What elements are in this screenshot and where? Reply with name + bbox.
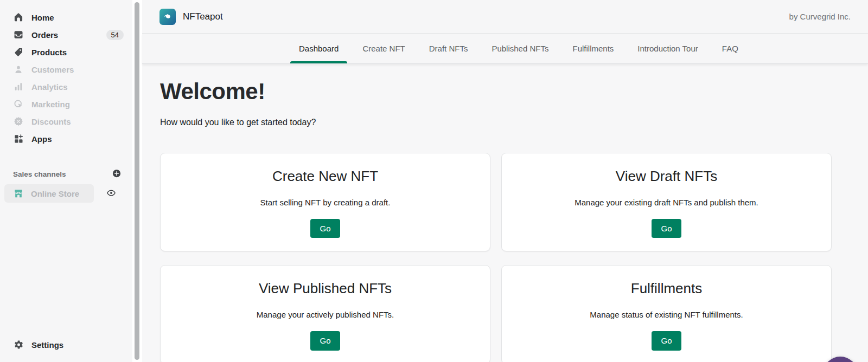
channel-label: Online Store [31, 189, 79, 198]
sidebar-item-marketing[interactable]: Marketing [0, 95, 132, 113]
card-view-draft-nfts: View Draft NFTs Manage your existing dra… [501, 153, 832, 251]
card-title: Create New NFT [272, 168, 378, 185]
customers-icon [13, 64, 24, 75]
sales-channels-label: Sales channels [13, 170, 66, 178]
card-description: Manage your existing draft NFTs and publ… [575, 198, 758, 207]
tab-introduction-tour[interactable]: Introduction Tour [629, 34, 706, 63]
sidebar-item-analytics[interactable]: Analytics [0, 78, 132, 95]
sidebar-item-apps[interactable]: Apps [0, 130, 132, 147]
home-icon [13, 12, 24, 23]
sales-channels-header: Sales channels [0, 167, 132, 181]
sidebar-item-label: Marketing [31, 100, 70, 109]
card-description: Start selling NFT by creating a draft. [260, 198, 391, 207]
sidebar-item-online-store[interactable]: Online Store [4, 184, 94, 203]
sidebar: Home Orders 54 Products Customers Analyt… [0, 0, 132, 362]
sidebar-item-label: Orders [31, 30, 58, 40]
page-title: Welcome! [160, 79, 832, 105]
sidebar-item-label: Products [31, 48, 67, 57]
add-channel-button[interactable] [112, 169, 123, 179]
card-title: View Published NFTs [259, 280, 392, 297]
sidebar-item-label: Settings [31, 340, 63, 350]
sidebar-item-home[interactable]: Home [0, 9, 132, 26]
app-title: NFTeapot [183, 11, 223, 22]
sidebar-item-label: Customers [31, 65, 74, 74]
main-area: NFTeapot by Curvegrid Inc. Dashboard Cre… [142, 0, 868, 362]
app-header: NFTeapot by Curvegrid Inc. [142, 0, 868, 34]
card-create-new-nft: Create New NFT Start selling NFT by crea… [160, 153, 490, 251]
sidebar-item-label: Home [31, 13, 54, 22]
card-view-published-nfts: View Published NFTs Manage your actively… [160, 265, 490, 362]
sidebar-scrollbar-track[interactable] [132, 0, 142, 362]
card-description: Manage status of existing NFT fulfillmen… [590, 310, 743, 319]
go-button-published-nfts[interactable]: Go [310, 331, 340, 350]
card-title: View Draft NFTs [616, 168, 717, 185]
tab-faq[interactable]: FAQ [713, 34, 747, 63]
page-subtitle: How would you like to get started today? [160, 118, 832, 127]
tab-label: FAQ [722, 44, 738, 53]
tab-create-nft[interactable]: Create NFT [354, 34, 413, 63]
sidebar-item-customers[interactable]: Customers [0, 61, 132, 78]
go-button-create-nft[interactable]: Go [310, 219, 340, 238]
tab-draft-nfts[interactable]: Draft NFTs [420, 34, 477, 63]
go-button-fulfillments[interactable]: Go [652, 331, 681, 350]
marketing-icon [13, 99, 24, 109]
cards-grid: Create New NFT Start selling NFT by crea… [160, 153, 832, 362]
products-icon [13, 47, 24, 57]
dashboard-content: Welcome! How would you like to get start… [142, 64, 868, 362]
tab-label: Dashboard [299, 44, 339, 53]
card-title: Fulfillments [631, 280, 702, 297]
sidebar-item-settings[interactable]: Settings [0, 336, 132, 353]
card-fulfillments: Fulfillments Manage status of existing N… [501, 265, 832, 362]
discounts-icon [13, 116, 24, 127]
sidebar-scrollbar-thumb[interactable] [135, 2, 139, 360]
sidebar-item-products[interactable]: Products [0, 43, 132, 61]
orders-icon [13, 29, 24, 40]
tab-dashboard[interactable]: Dashboard [290, 34, 347, 63]
tab-fulfillments[interactable]: Fulfillments [564, 34, 622, 63]
sidebar-item-label: Analytics [31, 82, 68, 92]
tab-label: Draft NFTs [429, 44, 468, 53]
analytics-icon [13, 81, 24, 92]
go-button-draft-nfts[interactable]: Go [652, 219, 681, 238]
gear-icon [13, 339, 24, 350]
card-description: Manage your actively published NFTs. [257, 310, 394, 319]
tab-label: Create NFT [362, 44, 405, 53]
nfteapot-logo [159, 9, 176, 25]
app-byline: by Curvegrid Inc. [789, 12, 851, 21]
tab-label: Published NFTs [492, 44, 548, 53]
store-icon [13, 188, 24, 199]
sidebar-item-discounts[interactable]: Discounts [0, 113, 132, 130]
tab-bar: Dashboard Create NFT Draft NFTs Publishe… [142, 34, 868, 64]
tab-published-nfts[interactable]: Published NFTs [483, 34, 557, 63]
tab-label: Introduction Tour [637, 44, 698, 53]
sidebar-item-label: Apps [31, 134, 52, 144]
orders-count-badge: 54 [106, 30, 124, 40]
sidebar-item-orders[interactable]: Orders 54 [0, 26, 132, 43]
tab-label: Fulfillments [572, 44, 614, 53]
apps-icon [13, 133, 24, 144]
channel-row-online-store: Online Store [4, 184, 126, 203]
preview-eye-icon[interactable] [106, 188, 117, 199]
sidebar-item-label: Discounts [31, 117, 71, 126]
